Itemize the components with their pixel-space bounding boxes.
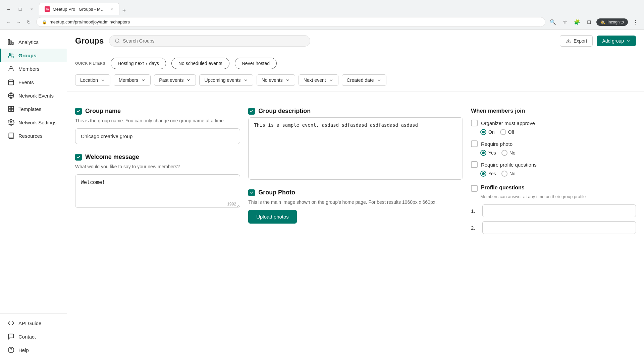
bookmark-button[interactable]: ☆	[560, 17, 570, 27]
content-divider	[67, 91, 644, 92]
group-description-checkbox[interactable]	[248, 108, 255, 115]
filter-no-events[interactable]: No events	[257, 74, 295, 86]
sidebar-bottom: API Guide Contact Help	[0, 313, 67, 357]
minimize-button[interactable]: –	[4, 4, 13, 14]
content-area: Group name This is the group name. You c…	[67, 100, 644, 362]
profile-yes-radio[interactable]	[480, 171, 486, 177]
search-input[interactable]	[123, 38, 305, 44]
incognito-icon: 🕵️	[600, 20, 605, 24]
photo-no-option[interactable]: No	[501, 150, 516, 156]
browser-menu-button[interactable]: ⋮	[631, 17, 640, 27]
upload-photos-button[interactable]: Upload photos	[248, 210, 297, 224]
tab-close-button[interactable]: ×	[110, 6, 114, 12]
profile-questions-checkbox[interactable]	[471, 185, 478, 192]
group-description-title: Group description	[258, 108, 311, 115]
svg-rect-2	[12, 42, 13, 45]
profile-yes-option[interactable]: Yes	[480, 171, 496, 177]
question-1-input[interactable]	[482, 204, 636, 217]
sidebar-item-contact[interactable]: Contact	[0, 330, 67, 343]
browser-action-buttons: 🔍 ☆ 🧩 ⊡ 🕵️ Incognito ⋮	[548, 17, 640, 27]
sidebar-item-network-events[interactable]: Network Events	[0, 89, 67, 102]
header-actions: Export Add group	[560, 35, 636, 47]
filter-chip-no-scheduled[interactable]: No scheduled events	[171, 58, 229, 69]
group-description-input[interactable]	[249, 118, 463, 178]
add-group-button[interactable]: Add group	[597, 36, 636, 46]
export-label: Export	[574, 38, 587, 44]
welcome-message-input[interactable]	[75, 174, 240, 208]
maximize-button[interactable]: □	[15, 4, 25, 14]
sidebar-item-label: Help	[18, 347, 29, 353]
export-button[interactable]: Export	[560, 35, 593, 47]
svg-point-3	[9, 53, 11, 55]
sidebar-item-analytics[interactable]: Analytics	[0, 35, 67, 49]
sidebar-item-api-guide[interactable]: API Guide	[0, 316, 67, 330]
browser-controls: – □ ×	[4, 4, 36, 14]
group-name-checkbox[interactable]	[75, 108, 82, 115]
photo-no-radio[interactable]	[501, 150, 507, 156]
profile-questions-title: Profile questions	[481, 185, 525, 191]
welcome-message-checkbox[interactable]	[75, 154, 82, 161]
sidebar-button[interactable]: ⊡	[584, 17, 594, 27]
checkmark-icon	[250, 109, 254, 113]
photo-yes-radio[interactable]	[480, 150, 486, 156]
incognito-label: Incognito	[607, 20, 624, 24]
organizer-approve-checkbox[interactable]	[471, 120, 478, 126]
new-tab-button[interactable]: +	[119, 6, 129, 15]
filter-chip-hosting[interactable]: Hosting next 7 days	[111, 58, 166, 69]
filter-members-label: Members	[119, 77, 138, 83]
filter-no-events-label: No events	[262, 77, 283, 83]
filter-location-label: Location	[80, 77, 98, 83]
filter-chip-never-hosted[interactable]: Never hosted	[235, 58, 277, 69]
browser-chrome: – □ × m Meetup Pro | Groups - Meetup × +…	[0, 0, 644, 30]
approve-off-radio[interactable]	[500, 129, 506, 135]
filter-chip-label: Hosting next 7 days	[118, 61, 159, 66]
question-2-num: 2.	[471, 225, 479, 231]
filter-upcoming-events-label: Upcoming events	[204, 77, 240, 83]
require-profile-label: Require profile questions	[481, 162, 537, 168]
approve-on-radio[interactable]	[480, 129, 486, 135]
search-bar[interactable]	[109, 35, 310, 47]
profile-no-option[interactable]: No	[501, 171, 516, 177]
filters-section: QUICK FILTERS Hosting next 7 days No sch…	[67, 52, 644, 91]
sidebar-item-help[interactable]: Help	[0, 343, 67, 357]
approve-off-option[interactable]: Off	[500, 129, 514, 135]
svg-point-16	[10, 122, 12, 123]
filter-location[interactable]: Location	[75, 74, 110, 86]
checkmark-icon	[76, 155, 81, 159]
filter-next-event[interactable]: Next event	[299, 74, 338, 86]
sidebar-item-label: Analytics	[18, 39, 39, 45]
reload-button[interactable]: ↻	[24, 17, 34, 27]
filter-members[interactable]: Members	[114, 74, 151, 86]
filter-created-date[interactable]: Created date	[342, 74, 386, 86]
sidebar-item-groups[interactable]: Groups	[0, 49, 67, 62]
question-2-input[interactable]	[482, 221, 636, 234]
address-bar[interactable]: 🔒 meetup.com/pro/moodjoy/admin/chapters	[36, 17, 545, 27]
close-button[interactable]: ×	[27, 4, 36, 14]
forward-button[interactable]: →	[14, 17, 23, 27]
filter-upcoming-events[interactable]: Upcoming events	[199, 74, 253, 86]
require-profile-checkbox[interactable]	[471, 161, 478, 168]
svg-rect-0	[8, 40, 9, 45]
photo-yes-option[interactable]: Yes	[480, 150, 496, 156]
sidebar-item-resources[interactable]: Resources	[0, 129, 67, 142]
sidebar-item-events[interactable]: Events	[0, 75, 67, 89]
browser-search-button[interactable]: 🔍	[548, 17, 557, 27]
welcome-message-section: Welcome message What would you like to s…	[75, 154, 240, 209]
sidebar-item-network-settings[interactable]: Network Settings	[0, 116, 67, 129]
active-tab[interactable]: m Meetup Pro | Groups - Meetup ×	[39, 3, 119, 15]
group-name-input[interactable]	[75, 128, 240, 144]
group-photo-checkbox[interactable]	[248, 189, 255, 196]
back-button[interactable]: ←	[4, 17, 13, 27]
sidebar-item-label: Templates	[18, 106, 41, 112]
sidebar-item-templates[interactable]: Templates	[0, 102, 67, 116]
members-icon	[8, 65, 14, 72]
approve-on-option[interactable]: On	[480, 129, 495, 135]
group-description-container	[248, 117, 463, 180]
profile-no-radio[interactable]	[501, 171, 507, 177]
extensions-button[interactable]: 🧩	[572, 17, 582, 27]
sidebar-item-label: Resources	[18, 133, 43, 139]
group-photo-section: Group Photo This is the main image shown…	[248, 189, 463, 224]
filter-past-events[interactable]: Past events	[154, 74, 196, 86]
sidebar-item-members[interactable]: Members	[0, 62, 67, 75]
require-photo-checkbox[interactable]	[471, 140, 478, 147]
